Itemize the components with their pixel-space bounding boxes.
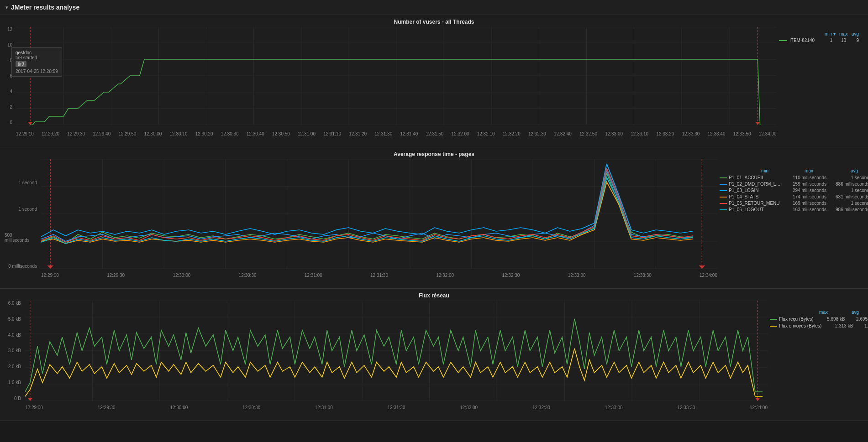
vusers-legend-name: ITEM-82140: [789, 38, 815, 43]
tooltip-box: gestdoc tir9 started tir9 2017-04-25 12:…: [11, 47, 62, 77]
x-label-17: 12:31:50: [426, 131, 444, 136]
tooltip-line1: tir9 started: [16, 55, 58, 60]
x-label-13: 12:31:10: [323, 131, 341, 136]
vusers-legend-max-header: max: [839, 31, 848, 36]
vusers-legend-line: [779, 40, 787, 41]
vusers-legend-min-header: min ▾: [825, 31, 836, 36]
vusers-panel: Number of vusers - all Threads 12 10 8 6…: [0, 15, 868, 147]
x-label-12: 12:31:00: [298, 131, 316, 136]
resp-legend-min-hdr: min: [727, 168, 768, 173]
rx-4: 12:30:30: [239, 273, 257, 278]
resp-legend-max-hdr: max: [772, 168, 813, 173]
flux-y-2: 5.0 kB: [8, 317, 21, 322]
x-label-30: 12:34:00: [759, 131, 777, 136]
fx-10: 12:33:30: [677, 405, 695, 410]
flux-y-7: 0 B: [14, 396, 21, 401]
x-label-22: 12:32:40: [554, 131, 572, 136]
rx-8: 12:32:30: [502, 273, 520, 278]
x-label-21: 12:32:30: [528, 131, 546, 136]
response-legend-item: P1_02_DMD_FORM_LOGIN 159 milliseconds 88…: [720, 182, 859, 187]
y-label-0: 0: [10, 120, 12, 125]
tooltip-label: gestdoc: [16, 50, 58, 55]
response-legend-item: P1_03_LOGIN 294 milliseconds 1 second 48…: [720, 188, 859, 193]
rx-2: 12:29:30: [107, 273, 125, 278]
x-label-28: 12:33:40: [708, 131, 726, 136]
flux-legend: max avg Flux reçu (Bytes) 5.698 kB 2.695…: [770, 310, 859, 328]
response-x-axis: 12:29:00 12:29:30 12:30:00 12:30:30 12:3…: [41, 273, 717, 278]
charts-container: Number of vusers - all Threads 12 10 8 6…: [0, 15, 868, 421]
x-label-20: 12:32:20: [503, 131, 521, 136]
x-label-14: 12:31:20: [349, 131, 367, 136]
x-label-26: 12:33:20: [656, 131, 674, 136]
response-panel: Average response time - pages 1 second 1…: [0, 147, 868, 289]
vusers-legend-avg: 9: [851, 38, 859, 43]
flux-y-6: 1.0 kB: [8, 380, 21, 385]
x-label-7: 12:30:10: [170, 131, 188, 136]
response-chart-svg: [41, 159, 717, 269]
x-label-23: 12:32:50: [579, 131, 597, 136]
rx-7: 12:32:00: [436, 273, 454, 278]
flux-y-5: 2.0 kB: [8, 364, 21, 369]
y-label-12: 12: [7, 27, 12, 32]
fx-4: 12:30:30: [242, 405, 260, 410]
fx-2: 12:29:30: [98, 405, 116, 410]
response-title: Average response time - pages: [0, 147, 868, 159]
vusers-chart-svg: [16, 27, 777, 125]
x-label-29: 12:33:50: [733, 131, 751, 136]
resp-y-3: 1 second: [18, 207, 37, 212]
app-title: JMeter results analyse: [11, 4, 79, 11]
flux-y-3: 4.0 kB: [8, 333, 21, 338]
svg-marker-24: [28, 122, 32, 125]
svg-marker-64: [27, 398, 32, 401]
vusers-title: Number of vusers - all Threads: [0, 15, 868, 27]
flux-chart-svg: [25, 301, 768, 401]
x-label-4: 12:29:40: [93, 131, 110, 136]
tooltip-badge: tir9: [16, 61, 26, 67]
flux-panel: Flux réseau 6.0 kB 5.0 kB 4.0 kB 3.0 kB …: [0, 289, 868, 421]
vusers-legend-avg-header: avg: [852, 31, 859, 36]
x-label-1: 12:29:10: [16, 131, 34, 136]
fx-6: 12:31:30: [388, 405, 405, 410]
tooltip-timestamp: 2017-04-25 12:28:59: [16, 69, 58, 74]
x-label-8: 12:30:20: [195, 131, 213, 136]
x-label-10: 12:30:40: [247, 131, 264, 136]
flux-legend-avg-hdr: avg: [831, 310, 859, 315]
flux-y-4: 3.0 kB: [8, 348, 21, 353]
svg-marker-43: [47, 265, 53, 269]
x-label-2: 12:29:20: [42, 131, 59, 136]
svg-marker-65: [755, 398, 760, 401]
rx-1: 12:29:00: [41, 273, 59, 278]
vusers-x-axis: 12:29:10 12:29:20 12:29:30 12:29:40 12:2…: [16, 131, 777, 136]
x-label-16: 12:31:40: [400, 131, 418, 136]
resp-y-5: 0 milliseconds: [8, 264, 37, 269]
fx-9: 12:33:00: [605, 405, 623, 410]
resp-legend-avg-hdr: avg: [817, 168, 858, 173]
x-label-5: 12:29:50: [118, 131, 136, 136]
flux-legend-max-hdr: max: [796, 310, 828, 315]
fx-1: 12:29:00: [25, 405, 43, 410]
rx-10: 12:33:30: [634, 273, 652, 278]
x-label-15: 12:31:30: [374, 131, 392, 136]
x-label-27: 12:33:30: [682, 131, 700, 136]
flux-legend-item: Flux reçu (Bytes) 5.698 kB 2.695 kB: [770, 317, 859, 322]
flux-title: Flux réseau: [0, 289, 868, 301]
vusers-legend-min: 1: [824, 38, 832, 43]
y-label-10: 10: [7, 42, 12, 47]
app-header: ▾ JMeter results analyse: [0, 0, 868, 15]
flux-y-1: 6.0 kB: [8, 301, 21, 306]
x-label-25: 12:33:10: [631, 131, 648, 136]
y-label-4: 4: [10, 89, 12, 94]
x-label-9: 12:30:30: [221, 131, 239, 136]
fx-5: 12:31:00: [315, 405, 333, 410]
response-legend: min max avg P1_01_ACCUEIL 110 millisecon…: [720, 168, 859, 212]
rx-6: 12:31:30: [370, 273, 388, 278]
response-legend-item: P1_05_RETOUR_MENU 169 milliseconds 1 sec…: [720, 201, 859, 206]
rx-9: 12:33:00: [568, 273, 586, 278]
fx-7: 12:32:00: [460, 405, 478, 410]
response-legend-item: P1_04_STATS 174 milliseconds 631 millise…: [720, 194, 859, 199]
svg-marker-25: [755, 122, 760, 125]
vusers-legend: min ▾ max avg ITEM-82140 1 10 9: [779, 31, 859, 43]
fx-3: 12:30:00: [170, 405, 188, 410]
response-legend-item: P1_06_LOGOUT 163 milliseconds 986 millis…: [720, 207, 859, 212]
fx-8: 12:32:30: [532, 405, 550, 410]
